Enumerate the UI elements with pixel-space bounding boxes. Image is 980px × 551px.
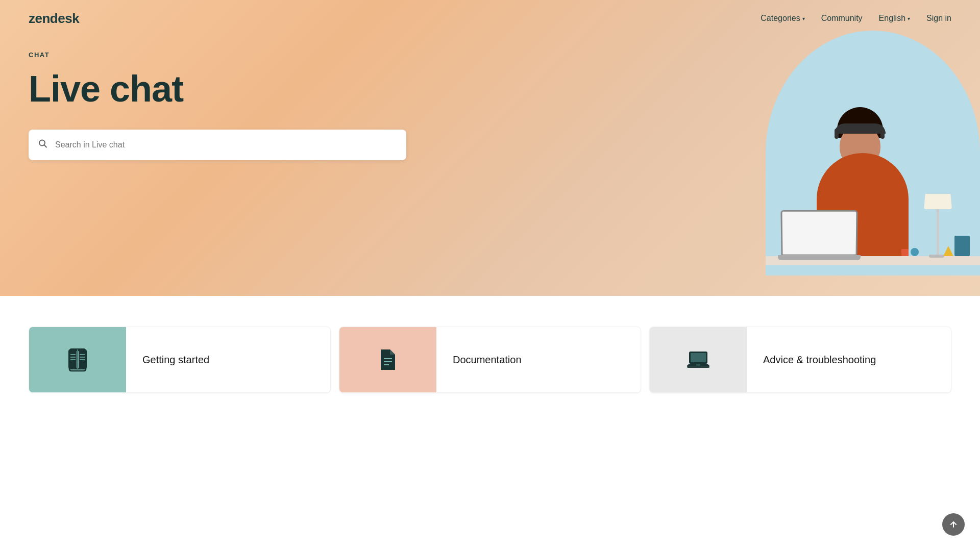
hero-section: CHAT Live chat — [0, 0, 980, 296]
document-icon — [374, 345, 402, 374]
nav-categories[interactable]: Categories ▾ — [761, 14, 804, 23]
nav-language[interactable]: English ▾ — [879, 14, 910, 23]
svg-rect-15 — [687, 366, 709, 368]
hero-content: CHAT Live chat — [29, 51, 406, 160]
card-getting-started[interactable]: Getting started — [29, 327, 331, 393]
header: zendesk Categories ▾ Community English ▾… — [0, 0, 980, 37]
svg-rect-16 — [696, 364, 700, 366]
search-input[interactable] — [29, 130, 406, 160]
card-documentation[interactable]: Documentation — [339, 327, 641, 393]
card-label-advice: Advice & troubleshooting — [747, 354, 892, 366]
language-chevron-icon: ▾ — [908, 16, 910, 21]
svg-line-1 — [44, 145, 47, 147]
card-icon-box-getting-started — [29, 327, 126, 392]
sign-in-button[interactable]: Sign in — [926, 14, 951, 23]
hero-title: Live chat — [29, 69, 406, 109]
card-advice-troubleshooting[interactable]: Advice & troubleshooting — [649, 327, 951, 393]
hero-image — [766, 31, 980, 276]
book-icon — [63, 345, 92, 374]
laptop-icon — [684, 345, 713, 374]
nav-community[interactable]: Community — [821, 14, 863, 23]
card-icon-box-advice — [650, 327, 747, 392]
search-icon — [38, 139, 48, 152]
categories-chevron-icon: ▾ — [802, 16, 805, 21]
hero-category-label: CHAT — [29, 51, 406, 59]
logo[interactable]: zendesk — [29, 11, 79, 27]
card-label-documentation: Documentation — [436, 354, 538, 366]
search-container — [29, 130, 406, 160]
card-label-getting-started: Getting started — [126, 354, 226, 366]
nav: Categories ▾ Community English ▾ Sign in — [761, 14, 951, 23]
hero-image-background — [766, 31, 980, 276]
cards-section: Getting started Documentation — [0, 296, 980, 413]
svg-rect-14 — [691, 353, 706, 362]
card-icon-box-documentation — [339, 327, 436, 392]
scroll-to-top-button[interactable] — [942, 513, 965, 536]
